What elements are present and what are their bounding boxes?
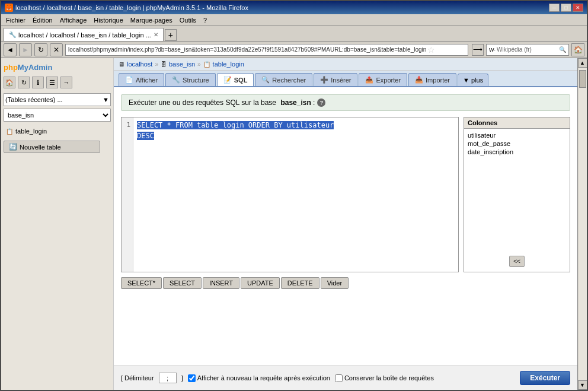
breadcrumb-sep-2: » (197, 61, 201, 68)
line-number-1: 1 (124, 120, 130, 131)
search-icon[interactable]: 🔍 (559, 46, 566, 53)
breadcrumb-db[interactable]: base_isn (169, 61, 195, 68)
keep-query-label: Conserver la boîte de requêtes (344, 374, 434, 382)
column-utilisateur[interactable]: utilisateur (466, 131, 567, 139)
column-mot-de-passe[interactable]: mot_de_passe (466, 139, 567, 148)
pma-sidebar: phpMyAdmin 🏠 ↻ ℹ ☰ → (Tables récentes) .… (1, 58, 114, 390)
new-table-icon: 🔄 (9, 143, 17, 151)
new-tab-btn[interactable]: + (165, 29, 177, 41)
delimiter-label: [ Délimiteur (121, 374, 154, 382)
close-btn[interactable]: ✕ (573, 4, 583, 12)
recent-tables-dropdown[interactable]: (Tables récentes) ... ▼ (4, 93, 111, 106)
tab-structure[interactable]: 🔧 Structure (165, 73, 216, 86)
keep-query-checkbox[interactable] (335, 374, 343, 382)
scroll-up-btn[interactable]: ▲ (578, 58, 587, 68)
reload-btn[interactable]: ↻ (34, 43, 47, 56)
menu-bar: Fichier Édition Affichage Historique Mar… (1, 14, 587, 26)
tab-rechercher[interactable]: 🔍 Rechercher (255, 73, 312, 86)
menu-historique[interactable]: Historique (91, 16, 126, 24)
menu-fichier[interactable]: Fichier (4, 16, 28, 24)
columns-header-label: Colonnes (464, 117, 570, 129)
sidebar-icons: 🏠 ↻ ℹ ☰ → (4, 77, 111, 88)
sql-footer: [ Délimiteur ] Afficher à nouveau la req… (114, 365, 577, 390)
rechercher-icon: 🔍 (261, 76, 270, 84)
logout-icon[interactable]: → (60, 77, 72, 88)
server-icon: 🖥 (119, 61, 124, 68)
tab-bar: 🔧 localhost / localhost / base_isn / tab… (1, 26, 587, 42)
execute-btn[interactable]: Exécuter (520, 371, 570, 385)
search-bar[interactable]: W· Wikipédia (fr) 🔍 (486, 44, 569, 56)
maximize-btn[interactable]: □ (561, 4, 571, 12)
collapse-columns-btn[interactable]: << (509, 256, 525, 267)
bookmark-star[interactable]: ☆ (426, 45, 436, 55)
show-query-checkbox[interactable] (188, 374, 196, 382)
exporter-icon: 📤 (365, 76, 373, 84)
home-icon[interactable]: 🏠 (4, 77, 15, 88)
tab-sql[interactable]: 📝 SQL (217, 73, 254, 86)
delimiter-input[interactable] (159, 373, 177, 383)
active-tab[interactable]: 🔧 localhost / localhost / base_isn / tab… (4, 28, 164, 41)
show-query-label: Afficher à nouveau la requête après exéc… (197, 374, 330, 382)
help-icon[interactable]: ? (317, 98, 325, 107)
sql-header-text: Exécuter une ou des requêtes SQL sur la … (129, 98, 315, 107)
firefox-icon: 🦊 (5, 4, 13, 12)
title-bar: 🦊 localhost / localhost / base_isn / tab… (1, 1, 587, 14)
tab-more-btn[interactable]: ▼ plus (458, 74, 488, 86)
info-icon[interactable]: ℹ (32, 77, 44, 88)
reload-icon[interactable]: ↻ (18, 77, 30, 88)
tab-inserer[interactable]: ➕ Insérer (314, 73, 357, 86)
pma-logo: phpMyAdmin (4, 63, 111, 72)
breadcrumb-server[interactable]: localhost (127, 61, 152, 68)
stop-btn[interactable]: ✕ (50, 43, 63, 56)
forward-btn[interactable]: ► (19, 43, 32, 56)
home-btn[interactable]: 🏠 (571, 43, 584, 56)
search-engine-label: W· (489, 47, 496, 53)
menu-outils[interactable]: Outils (177, 16, 199, 24)
tab-close-btn[interactable]: ✕ (154, 31, 158, 38)
inserer-icon: ➕ (320, 76, 328, 84)
go-btn[interactable]: ⟶ (472, 44, 484, 56)
tab-afficher[interactable]: 📄 Afficher (119, 73, 164, 86)
show-query-checkbox-label[interactable]: Afficher à nouveau la requête après exéc… (188, 374, 330, 382)
search-label: Wikipédia (fr) (497, 46, 532, 53)
columns-panel: Colonnes utilisateur mot_de_passe date_i… (464, 117, 570, 272)
update-btn[interactable]: UPDATE (241, 277, 280, 289)
select-btn[interactable]: SELECT (163, 277, 202, 289)
delimiter-close: ] (181, 374, 183, 382)
settings-icon[interactable]: ☰ (46, 77, 58, 88)
dropdown-arrow-icon: ▼ (103, 96, 109, 103)
tab-afficher-label: Afficher (136, 77, 158, 84)
back-btn[interactable]: ◄ (4, 43, 17, 56)
sidebar-item-table-login[interactable]: 📋 table_login (4, 126, 111, 136)
breadcrumb-table[interactable]: table_login (213, 61, 244, 68)
keep-query-checkbox-label[interactable]: Conserver la boîte de requêtes (335, 374, 434, 382)
address-bar[interactable]: localhost/phpmyadmin/index.php?db=base_i… (65, 44, 468, 56)
tab-label: localhost / localhost / base_isn / table… (18, 31, 151, 39)
tab-importer[interactable]: 📥 Importer (408, 73, 456, 86)
new-table-label: Nouvelle table (20, 144, 61, 151)
database-select[interactable]: base_isn (4, 109, 111, 122)
new-table-btn[interactable]: 🔄 Nouvelle table (4, 141, 100, 153)
tab-importer-label: Importer (426, 77, 450, 84)
menu-edition[interactable]: Édition (30, 16, 55, 24)
tab-exporter[interactable]: 📤 Exporter (359, 73, 407, 86)
delete-btn[interactable]: DELETE (281, 277, 319, 289)
window-title: localhost / localhost / base_isn / table… (15, 4, 248, 11)
menu-marque-pages[interactable]: Marque-pages (128, 16, 175, 24)
column-date-inscription[interactable]: date_inscription (466, 148, 567, 156)
menu-help[interactable]: ? (201, 16, 209, 24)
scroll-track[interactable] (579, 68, 587, 380)
vider-btn[interactable]: Vider (321, 277, 349, 289)
scroll-down-btn[interactable]: ▼ (578, 380, 587, 390)
nav-tabs: 📄 Afficher 🔧 Structure 📝 SQL 🔍 Recherche… (114, 71, 577, 87)
menu-affichage[interactable]: Affichage (57, 16, 90, 24)
select-star-btn[interactable]: SELECT* (121, 277, 162, 289)
browser-content: phpMyAdmin 🏠 ↻ ℹ ☰ → (Tables récentes) .… (1, 58, 587, 390)
insert-btn[interactable]: INSERT (203, 277, 239, 289)
columns-list: utilisateur mot_de_passe date_inscriptio… (464, 129, 570, 251)
db-name-bold: base_isn (280, 98, 311, 107)
minimize-btn[interactable]: ─ (549, 4, 560, 12)
tab-structure-label: Structure (183, 77, 209, 84)
scroll-thumb[interactable] (579, 70, 586, 88)
sql-buttons: SELECT* SELECT INSERT UPDATE DELETE Vide… (121, 277, 570, 289)
